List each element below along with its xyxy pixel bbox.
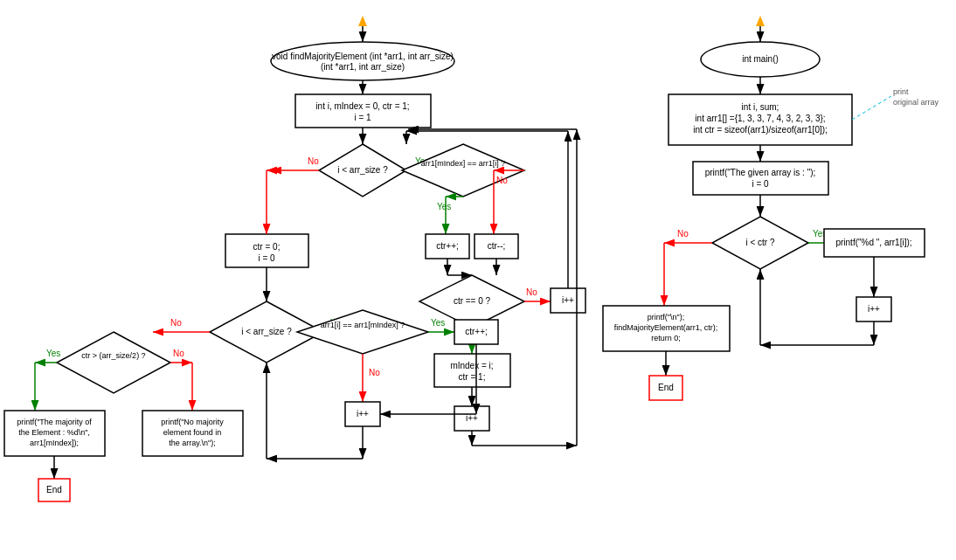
print-majority-label1: printf("The majority of [17, 418, 92, 426]
init1-label1: int i, mIndex = 0, ctr = 1; [315, 101, 409, 111]
label-cond2-yes: Yes [437, 202, 451, 211]
printf1-label1: printf("The given array is : "); [705, 168, 816, 177]
label-cond5-no: No [526, 287, 537, 297]
label-cond4-yes: Yes [431, 318, 445, 328]
ipp3-label: i++ [357, 409, 369, 418]
init2-label1: int i, sum; [742, 102, 779, 112]
mlabel-label1: mIndex = i; [450, 361, 493, 370]
end1-label: End [46, 485, 62, 494]
printf3-label1: printf("\n"); [648, 313, 684, 321]
ctrpp-label: ctr++; [436, 241, 459, 251]
printf3-label2: findMajorityElement(arr1, ctr); [614, 323, 718, 332]
label-cond1-no: No [308, 156, 319, 166]
ctrpp2-label: ctr++; [465, 327, 488, 336]
end2-label: End [658, 383, 674, 392]
start1-arrow [358, 16, 367, 26]
cond3-label: i < arr_size ? [241, 327, 292, 336]
mlabel-box [434, 354, 510, 387]
print-nomajority-label2: element found in [163, 428, 222, 437]
printf1-label2: i = 0 [752, 179, 769, 189]
label-cond4-no: No [369, 368, 380, 377]
init1-box [295, 94, 431, 128]
cond5-label: ctr == 0 ? [454, 296, 491, 306]
start1-label: void findMajorityElement (int *arr1, int… [272, 52, 454, 61]
print-nomajority-label1: printf("No majority [161, 418, 224, 426]
start2-label: int main() [742, 54, 779, 64]
dashed-annotation-line [852, 96, 891, 120]
cond2-label: arr1[mIndex] == arr1[i] ? [421, 159, 506, 168]
start2-arrow [756, 16, 765, 26]
init2-label2: int arr1[] ={1, 3, 3, 7, 4, 3, 2, 3, 3}; [695, 114, 825, 123]
label-cond7-no: No [677, 229, 689, 239]
cond6-diamond [57, 332, 170, 393]
print-majority-label3: arr1[mIndex]); [30, 439, 79, 447]
print-nomajority-label3: the array.\n"); [169, 439, 216, 447]
label-cond2-no: No [496, 176, 508, 185]
cond4-diamond [297, 310, 428, 354]
reset-label2: i = 0 [258, 253, 275, 263]
cond7-label: i < ctr ? [745, 238, 775, 247]
init2-label3: int ctr = sizeof(arr1)/sizeof(arr1[0]); [693, 125, 828, 135]
init1-label2: i = 1 [354, 113, 371, 122]
start1-label2: (int *arr1, int arr_size) [321, 62, 405, 72]
print-majority-label2: the Element : %d\n", [18, 428, 90, 437]
printf2-label: printf("%d ", arr1[i]); [835, 238, 911, 247]
reset-label1: ctr = 0; [253, 242, 281, 252]
cond4-label1: arr1[i] == arr1[mIndex] ? [321, 321, 405, 329]
label-cond6-no: No [173, 349, 184, 358]
cond6-label: ctr > (arr_size/2) ? [81, 351, 145, 360]
dashed-label-orig: original array [893, 98, 939, 107]
dashed-label-print: print [893, 87, 909, 96]
mlabel-label2: ctr = 1; [459, 372, 486, 382]
flowchart-container: void findMajorityElement (int *arr1, int… [0, 0, 956, 560]
printf3-label3: return 0; [651, 334, 681, 342]
cond1-label: i < arr_size ? [337, 165, 388, 175]
ipp-main-label: i++ [868, 304, 880, 314]
ctrmm-label: ctr--; [488, 241, 506, 251]
ipp2-label: i++ [562, 295, 574, 305]
label-cond6-yes: Yes [46, 349, 60, 358]
label-cond3-no: No [170, 318, 182, 328]
